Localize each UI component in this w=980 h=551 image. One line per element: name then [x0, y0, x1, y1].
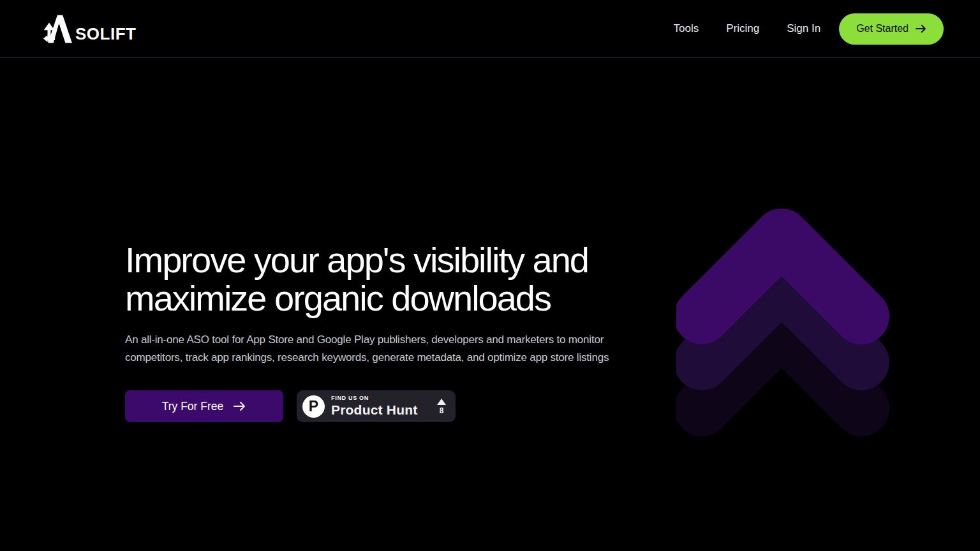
- upvote-triangle-icon: [437, 399, 446, 405]
- brand-logo[interactable]: SOLIFT: [43, 14, 136, 44]
- hero-section: Improve your app's visibility and maximi…: [0, 58, 980, 551]
- hero-title-line-1: Improve your app's visibility and: [125, 241, 980, 279]
- product-hunt-kicker: FIND US ON: [331, 395, 431, 401]
- try-for-free-button[interactable]: Try For Free: [125, 390, 283, 422]
- product-hunt-logo-icon: P: [302, 395, 325, 418]
- hero-actions: Try For Free P FIND US ON Product Hunt 8: [125, 390, 980, 422]
- nav-item-pricing[interactable]: Pricing: [726, 22, 759, 35]
- nav-item-sign-in[interactable]: Sign In: [787, 22, 820, 35]
- hero-title: Improve your app's visibility and maximi…: [125, 241, 980, 318]
- landing-page: { "header": { "logo": { "icon": "aso-arr…: [0, 0, 980, 551]
- product-hunt-text: FIND US ON Product Hunt: [331, 395, 431, 418]
- nav-links: Tools Pricing Sign In: [674, 22, 821, 35]
- try-for-free-label: Try For Free: [162, 400, 224, 413]
- hero-subtitle: An all-in-one ASO tool for App Store and…: [125, 331, 980, 367]
- hero-subtitle-line-2: competitors, track app rankings, researc…: [125, 351, 609, 364]
- product-hunt-vote-count: 8: [440, 407, 444, 415]
- arrow-right-icon: [232, 401, 246, 411]
- hero-subtitle-line-1: An all-in-one ASO tool for App Store and…: [125, 334, 604, 346]
- nav-item-tools[interactable]: Tools: [674, 22, 699, 35]
- get-started-button[interactable]: Get Started: [839, 13, 944, 45]
- product-hunt-name: Product Hunt: [331, 402, 431, 418]
- hero-title-line-2: maximize organic downloads: [125, 279, 980, 318]
- main-nav: Tools Pricing Sign In Get Started: [674, 13, 944, 45]
- aso-arrow-logo-icon: [43, 14, 75, 44]
- get-started-label: Get Started: [856, 23, 909, 34]
- brand-name: SOLIFT: [75, 26, 136, 44]
- hero-content: Improve your app's visibility and maximi…: [0, 58, 980, 422]
- product-hunt-upvote: 8: [437, 399, 447, 415]
- site-header: SOLIFT Tools Pricing Sign In Get Started: [0, 0, 980, 58]
- product-hunt-badge[interactable]: P FIND US ON Product Hunt 8: [297, 390, 456, 422]
- arrow-right-icon: [915, 24, 926, 33]
